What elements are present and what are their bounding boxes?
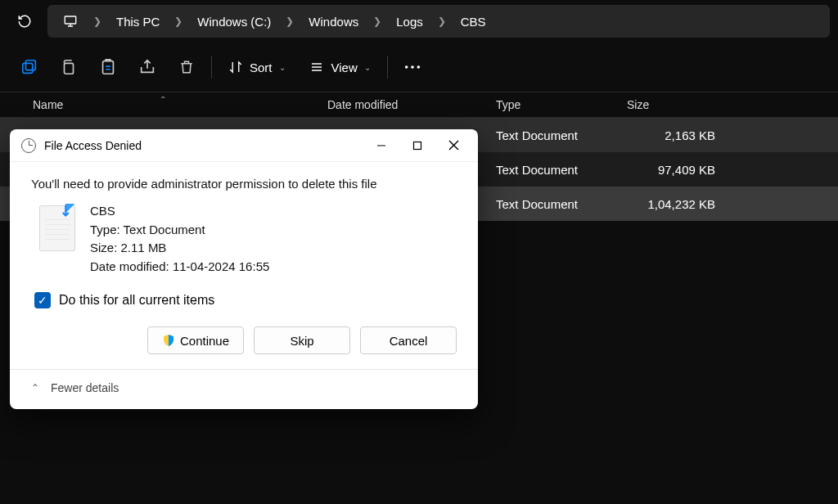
- file-type: Type: Text Document: [90, 221, 269, 240]
- chevron-right-icon: ❯: [88, 12, 106, 30]
- chevron-right-icon: ❯: [433, 12, 451, 30]
- cell-type: Text Document: [488, 197, 627, 211]
- cell-size: 97,409 KB: [627, 163, 725, 177]
- more-button[interactable]: [393, 47, 432, 87]
- breadcrumb[interactable]: ❯ This PC ❯ Windows (C:) ❯ Windows ❯ Log…: [47, 5, 830, 38]
- toolbar: Sort ⌄ View ⌄: [0, 43, 838, 92]
- paste-button[interactable]: [88, 47, 128, 87]
- chevron-up-icon: ⌃: [31, 382, 39, 394]
- do-for-all-checkbox[interactable]: ✓: [34, 292, 51, 308]
- share-button[interactable]: [128, 47, 167, 87]
- view-button[interactable]: View ⌄: [297, 47, 382, 87]
- column-size[interactable]: Size: [627, 98, 725, 111]
- svg-rect-2: [23, 63, 33, 73]
- chevron-right-icon: ❯: [169, 12, 187, 30]
- crumb-logs[interactable]: Logs: [391, 11, 428, 32]
- column-date[interactable]: Date modified: [319, 98, 488, 111]
- clock-icon: [21, 138, 36, 153]
- fewer-details-toggle[interactable]: ⌃ Fewer details: [10, 369, 478, 409]
- chevron-right-icon: ❯: [281, 12, 299, 30]
- chevron-down-icon: ⌄: [364, 63, 371, 72]
- cell-type: Text Document: [488, 163, 627, 177]
- file-info: ↘ CBS Type: Text Document Size: 2.11 MB …: [31, 202, 457, 276]
- separator: [211, 56, 212, 79]
- cell-size: 2,163 KB: [627, 128, 725, 142]
- crumb-drive[interactable]: Windows (C:): [192, 11, 276, 32]
- separator: [387, 56, 388, 79]
- view-label: View: [331, 61, 358, 74]
- cell-size: 1,04,232 KB: [627, 197, 725, 211]
- dialog-message: You'll need to provide administrator per…: [31, 177, 457, 191]
- pc-icon[interactable]: [57, 11, 83, 32]
- cell-type: Text Document: [488, 128, 627, 142]
- svg-point-7: [417, 65, 420, 69]
- sort-label: Sort: [250, 61, 273, 74]
- uac-shield-icon: [162, 334, 175, 347]
- chevron-down-icon: ⌄: [279, 63, 286, 72]
- column-headers: Name ⌃ Date modified Type Size: [0, 92, 838, 118]
- crumb-cbs[interactable]: CBS: [456, 11, 491, 32]
- crumb-this-pc[interactable]: This PC: [111, 11, 164, 32]
- svg-rect-1: [25, 61, 35, 70]
- skip-label: Skip: [290, 334, 313, 348]
- svg-point-5: [405, 65, 408, 69]
- file-date: Date modified: 11-04-2024 16:55: [90, 258, 269, 277]
- close-button[interactable]: [435, 133, 471, 159]
- crumb-windows[interactable]: Windows: [304, 11, 363, 32]
- column-name-label: Name: [33, 98, 63, 111]
- column-name[interactable]: Name ⌃: [0, 98, 319, 111]
- column-type[interactable]: Type: [488, 98, 627, 111]
- minimize-button[interactable]: [363, 133, 399, 159]
- chevron-right-icon: ❯: [368, 12, 386, 30]
- copy-button[interactable]: [49, 47, 88, 87]
- svg-rect-9: [414, 142, 421, 149]
- text-document-icon: ↘: [39, 205, 75, 251]
- continue-button[interactable]: Continue: [147, 326, 244, 354]
- new-tab-button[interactable]: [10, 47, 49, 87]
- delete-button[interactable]: [167, 47, 206, 87]
- sort-indicator-icon: ⌃: [160, 95, 166, 104]
- svg-rect-4: [103, 61, 114, 74]
- file-name: CBS: [90, 202, 269, 221]
- maximize-button[interactable]: [399, 133, 435, 159]
- continue-label: Continue: [180, 334, 229, 348]
- skip-button[interactable]: Skip: [254, 326, 350, 354]
- svg-point-6: [411, 65, 414, 69]
- checkbox-label: Do this for all current items: [59, 293, 214, 308]
- fewer-details-label: Fewer details: [51, 381, 119, 394]
- cancel-button[interactable]: Cancel: [360, 326, 457, 354]
- refresh-button[interactable]: [8, 5, 41, 38]
- svg-rect-0: [65, 16, 76, 24]
- cancel-label: Cancel: [390, 334, 428, 348]
- svg-rect-3: [65, 63, 74, 74]
- dialog-titlebar[interactable]: File Access Denied: [10, 129, 478, 162]
- file-access-denied-dialog: File Access Denied You'll need to provid…: [10, 129, 478, 409]
- dialog-title: File Access Denied: [44, 139, 363, 152]
- file-size: Size: 2.11 MB: [90, 239, 269, 258]
- sort-button[interactable]: Sort ⌄: [217, 47, 297, 87]
